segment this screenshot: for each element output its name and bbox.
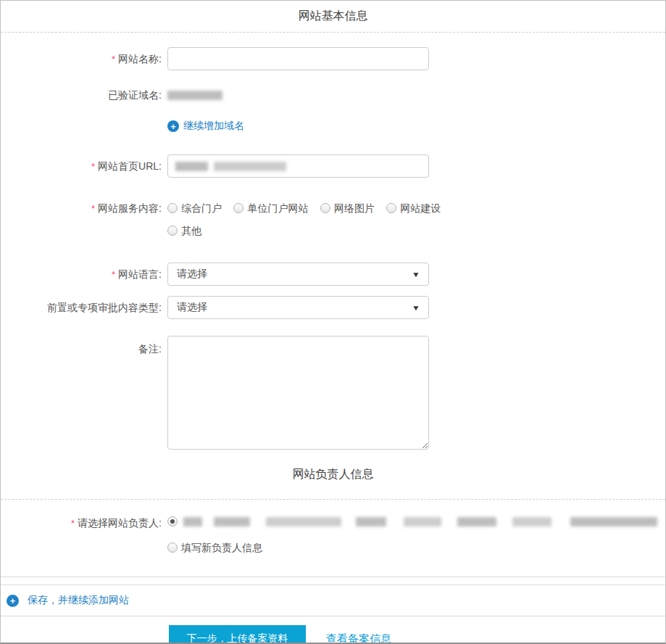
service-content-options: 综合门户 单位门户网站 网络图片 网站建设 其他: [167, 202, 449, 238]
row-verified-domain: 已验证域名:: [1, 88, 665, 102]
row-site-url: *网站首页URL:: [1, 154, 665, 178]
add-circle-icon: +: [167, 120, 179, 132]
redacted-owner-field: [266, 517, 341, 527]
verified-domain-value-redacted: [167, 88, 222, 102]
divider-dashed-top: [1, 32, 665, 33]
service-options-line2: 其他: [167, 224, 449, 238]
owner-options: 填写新负责人信息: [167, 516, 666, 555]
filing-form-page: 网站基本信息 *网站名称: 已验证域名: + 继续增加域名 *网站首页URL:: [0, 0, 666, 644]
radio-checked-icon[interactable]: [167, 516, 178, 527]
language-select[interactable]: 请选择 ▼: [167, 263, 429, 286]
row-site-name: *网站名称:: [1, 47, 665, 71]
radio-icon[interactable]: [320, 203, 330, 213]
row-language: *网站语言: 请选择 ▼: [1, 263, 665, 286]
radio-icon[interactable]: [167, 203, 178, 213]
redacted-url-text: [175, 162, 208, 171]
row-owner-select: *请选择网站负责人: 填写新负责人信息: [1, 516, 665, 555]
add-circle-icon: +: [7, 595, 19, 607]
redacted-owner-field: [457, 517, 496, 527]
section-site-info-title: 网站基本信息: [299, 9, 368, 24]
row-service-content: *网站服务内容: 综合门户 单位门户网站 网络图片 网站建设: [1, 202, 665, 238]
required-marker: *: [112, 54, 115, 65]
footer-actions: 下一步，上传备案资料 查看备案信息: [1, 616, 665, 644]
owner-label: *请选择网站负责人:: [1, 516, 167, 530]
radio-icon[interactable]: [386, 203, 396, 213]
approval-type-select[interactable]: 请选择 ▼: [167, 296, 429, 319]
divider-form-bottom: [1, 577, 665, 577]
required-marker: *: [71, 518, 75, 529]
remark-label: 备注:: [1, 336, 167, 356]
section-site-info-header: 网站基本信息: [1, 1, 665, 32]
row-remark: 备注:: [1, 336, 665, 450]
redacted-owner-name: [183, 517, 202, 527]
language-label: *网站语言:: [1, 263, 167, 286]
next-step-button[interactable]: 下一步，上传备案资料: [169, 625, 306, 644]
add-domain-link[interactable]: + 继续增加域名: [167, 120, 244, 133]
required-marker: *: [91, 203, 95, 214]
redacted-owner-field: [214, 517, 250, 527]
radio-option-service-3[interactable]: 网络图片: [320, 202, 375, 215]
radio-icon[interactable]: [167, 542, 178, 553]
view-filing-info-link[interactable]: 查看备案信息: [326, 625, 391, 644]
radio-icon[interactable]: [233, 203, 243, 213]
service-content-label: *网站服务内容:: [1, 202, 167, 215]
radio-option-service-2[interactable]: 单位门户网站: [233, 202, 308, 215]
radio-option-service-1[interactable]: 综合门户: [167, 202, 222, 215]
divider-dashed-owner: [1, 499, 665, 500]
site-name-label: *网站名称:: [1, 47, 167, 71]
redacted-url-text: [214, 162, 286, 171]
row-add-domain: + 继续增加域名: [1, 120, 665, 133]
section-owner-info-title: 网站负责人信息: [293, 467, 374, 482]
redacted-owner-field: [356, 517, 386, 527]
chevron-down-icon: ▼: [412, 271, 420, 278]
redacted-domain-text: [167, 91, 222, 100]
section-owner-info-header: 网站负责人信息: [1, 450, 665, 499]
approval-type-label: 前置或专项审批内容类型:: [1, 296, 167, 319]
owner-info-redacted: [183, 517, 657, 527]
site-name-input[interactable]: [167, 47, 429, 70]
radio-icon[interactable]: [167, 226, 178, 236]
chevron-down-icon: ▼: [412, 304, 420, 312]
radio-option-new-owner[interactable]: 填写新负责人信息: [167, 541, 262, 555]
verified-domain-label: 已验证域名:: [1, 88, 167, 102]
site-url-label: *网站首页URL:: [1, 154, 167, 178]
radio-option-service-5[interactable]: 其他: [167, 224, 201, 238]
remark-textarea[interactable]: [167, 336, 429, 450]
required-marker: *: [91, 161, 95, 172]
redacted-owner-field: [404, 517, 441, 527]
radio-option-service-4[interactable]: 网站建设: [386, 202, 441, 215]
redacted-owner-email: [570, 517, 657, 527]
row-approval-type: 前置或专项审批内容类型: 请选择 ▼: [1, 296, 665, 319]
radio-option-existing-owner[interactable]: [167, 516, 657, 527]
site-url-input[interactable]: [167, 154, 429, 178]
service-options-line1: 综合门户 单位门户网站 网络图片 网站建设: [167, 202, 449, 215]
required-marker: *: [112, 269, 115, 280]
save-toolbar: + 保存，并继续添加网站: [1, 585, 665, 616]
save-and-add-link[interactable]: + 保存，并继续添加网站: [7, 594, 129, 607]
redacted-owner-field: [512, 517, 551, 527]
owner-options-line2: 填写新负责人信息: [167, 541, 666, 555]
